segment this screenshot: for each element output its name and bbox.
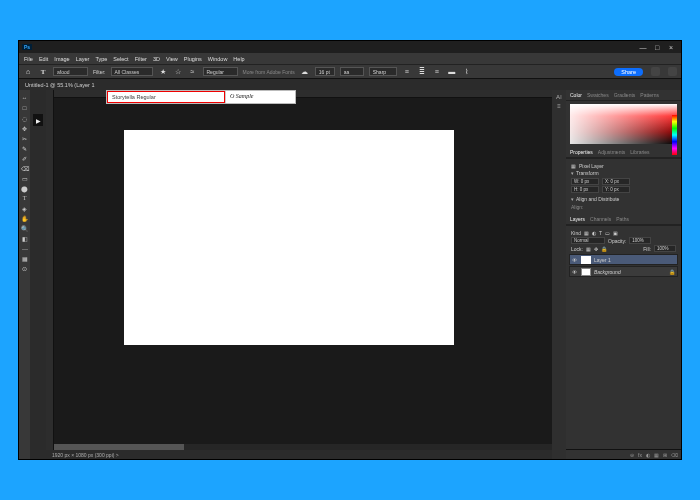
layer-fx-icon[interactable]: fx bbox=[638, 452, 642, 458]
filter-smart-icon[interactable]: ▣ bbox=[613, 230, 618, 236]
similar-icon[interactable]: ≈ bbox=[188, 67, 198, 77]
paragraph-panel-icon[interactable]: ≡ bbox=[557, 103, 561, 109]
shape-tool-icon[interactable]: ▭ bbox=[21, 174, 29, 182]
font-picker-item-highlighted[interactable]: Storytella Regular bbox=[107, 91, 225, 103]
layer-name[interactable]: Layer 1 bbox=[594, 257, 611, 263]
layer-mask-icon[interactable]: ◐ bbox=[646, 452, 650, 458]
type-tool-icon[interactable]: T bbox=[38, 67, 48, 77]
transform-y-field[interactable]: Y: 0 px bbox=[602, 186, 630, 193]
marquee-tool-icon[interactable]: □ bbox=[21, 104, 29, 112]
star-icon[interactable]: ★ bbox=[158, 67, 168, 77]
swatch-fg-bg-icon[interactable]: ◧ bbox=[21, 234, 29, 242]
tab-properties[interactable]: Properties bbox=[570, 149, 593, 155]
layer-row[interactable]: 👁 Background 🔒 bbox=[569, 266, 678, 277]
menu-window[interactable]: Window bbox=[208, 56, 228, 62]
font-family-select[interactable]: afood bbox=[53, 67, 88, 76]
layer-kind-filter[interactable]: Kind bbox=[571, 230, 581, 236]
font-filter-select[interactable]: All Classes bbox=[111, 67, 153, 76]
fill-field[interactable]: 100% bbox=[654, 245, 676, 252]
align-section-header[interactable]: Align and Distribute bbox=[571, 196, 676, 202]
lasso-tool-icon[interactable]: ◌ bbox=[21, 114, 29, 122]
menu-edit[interactable]: Edit bbox=[39, 56, 48, 62]
transform-w-field[interactable]: W: 0 px bbox=[571, 178, 599, 185]
menu-filter[interactable]: Filter bbox=[135, 56, 147, 62]
align-left-icon[interactable]: ≡ bbox=[402, 67, 412, 77]
home-icon[interactable]: ⌂ bbox=[23, 67, 33, 77]
tab-adjustments[interactable]: Adjustments bbox=[598, 149, 626, 155]
visibility-toggle-icon[interactable]: 👁 bbox=[572, 257, 578, 263]
delete-layer-icon[interactable]: ⌫ bbox=[671, 452, 678, 458]
menu-view[interactable]: View bbox=[166, 56, 178, 62]
opacity-field[interactable]: 100% bbox=[629, 237, 651, 244]
menu-plugins[interactable]: Plugins bbox=[184, 56, 202, 62]
screenmode-tool-icon[interactable]: ⊙ bbox=[21, 264, 29, 272]
align-right-icon[interactable]: ≡ bbox=[432, 67, 442, 77]
layer-thumbnail[interactable] bbox=[581, 268, 591, 276]
share-button[interactable]: Share bbox=[614, 68, 643, 76]
tab-channels[interactable]: Channels bbox=[590, 216, 611, 222]
character-panel-icon[interactable]: A⁞ bbox=[556, 93, 562, 100]
window-minimize-button[interactable]: — bbox=[636, 44, 650, 51]
tab-libraries[interactable]: Libraries bbox=[630, 149, 649, 155]
favorite-icon[interactable]: ☆ bbox=[173, 67, 183, 77]
workspace-icon[interactable] bbox=[668, 67, 677, 76]
hue-slider[interactable] bbox=[672, 115, 677, 155]
tab-paths[interactable]: Paths bbox=[616, 216, 629, 222]
filter-pixel-icon[interactable]: ▦ bbox=[584, 230, 589, 236]
type-tool-icon[interactable]: T bbox=[21, 194, 29, 202]
color-picker[interactable] bbox=[570, 104, 677, 144]
warp-text-icon[interactable]: ⌇ bbox=[462, 67, 472, 77]
tab-color[interactable]: Color bbox=[570, 92, 582, 98]
tab-patterns[interactable]: Patterns bbox=[640, 92, 659, 98]
layer-name[interactable]: Background bbox=[594, 269, 621, 275]
document-tab[interactable]: Untitled-1 @ 55.1% (Layer 1 bbox=[19, 78, 681, 90]
window-maximize-button[interactable]: □ bbox=[650, 44, 664, 51]
crop-tool-icon[interactable]: ✂ bbox=[21, 134, 29, 142]
sharp-select[interactable]: Sharp bbox=[369, 67, 397, 76]
tab-layers[interactable]: Layers bbox=[570, 216, 585, 222]
menu-type[interactable]: Type bbox=[95, 56, 107, 62]
lock-pixels-icon[interactable]: ▦ bbox=[586, 246, 591, 252]
transform-x-field[interactable]: X: 0 px bbox=[602, 178, 630, 185]
blend-mode-select[interactable]: Normal bbox=[571, 237, 605, 244]
layer-row[interactable]: 👁 Layer 1 bbox=[569, 254, 678, 265]
ruler-vertical[interactable] bbox=[46, 90, 54, 459]
font-size-field[interactable]: 16 pt bbox=[315, 67, 335, 76]
lock-position-icon[interactable]: ✥ bbox=[594, 246, 598, 252]
text-color-icon[interactable]: ▬ bbox=[447, 67, 457, 77]
filter-adjust-icon[interactable]: ◐ bbox=[592, 230, 596, 236]
ellipse-tool-icon[interactable]: ⬤ bbox=[21, 184, 29, 192]
new-layer-icon[interactable]: ⊞ bbox=[663, 452, 667, 458]
adobe-fonts-link[interactable]: More from Adobe Fonts bbox=[243, 69, 295, 75]
tab-gradients[interactable]: Gradients bbox=[614, 92, 636, 98]
visibility-toggle-icon[interactable]: 👁 bbox=[572, 269, 578, 275]
wand-tool-icon[interactable]: ✥ bbox=[21, 124, 29, 132]
lock-all-icon[interactable]: 🔒 bbox=[601, 246, 607, 252]
eraser-tool-icon[interactable]: ⌫ bbox=[21, 164, 29, 172]
brush-tool-icon[interactable]: ✐ bbox=[21, 154, 29, 162]
window-close-button[interactable]: × bbox=[664, 44, 678, 51]
menu-select[interactable]: Select bbox=[113, 56, 128, 62]
eyedropper-tool-icon[interactable]: ✎ bbox=[21, 144, 29, 152]
menu-image[interactable]: Image bbox=[54, 56, 69, 62]
font-style-select[interactable]: Regular bbox=[203, 67, 238, 76]
align-center-icon[interactable]: ≣ bbox=[417, 67, 427, 77]
pen-tool-icon[interactable]: ◈ bbox=[21, 204, 29, 212]
tab-swatches[interactable]: Swatches bbox=[587, 92, 609, 98]
filter-type-icon[interactable]: T bbox=[599, 230, 602, 236]
menu-layer[interactable]: Layer bbox=[76, 56, 90, 62]
layer-thumbnail[interactable] bbox=[581, 256, 591, 264]
zoom-tool-icon[interactable]: 🔍 bbox=[21, 224, 29, 232]
menu-help[interactable]: Help bbox=[233, 56, 244, 62]
antialias-select[interactable]: aa bbox=[340, 67, 364, 76]
transform-section-header[interactable]: Transform bbox=[571, 170, 676, 176]
menu-file[interactable]: File bbox=[24, 56, 33, 62]
font-picker-dropdown[interactable]: Storytella Regular O Sample bbox=[106, 90, 296, 104]
link-layers-icon[interactable]: ⊝ bbox=[630, 452, 634, 458]
menu-3d[interactable]: 3D bbox=[153, 56, 160, 62]
quickmask-tool-icon[interactable]: ▦ bbox=[21, 254, 29, 262]
more-tools-icon[interactable]: ⋯ bbox=[21, 244, 29, 252]
transform-h-field[interactable]: H: 0 px bbox=[571, 186, 599, 193]
filter-shape-icon[interactable]: ▭ bbox=[605, 230, 610, 236]
search-icon[interactable] bbox=[651, 67, 660, 76]
